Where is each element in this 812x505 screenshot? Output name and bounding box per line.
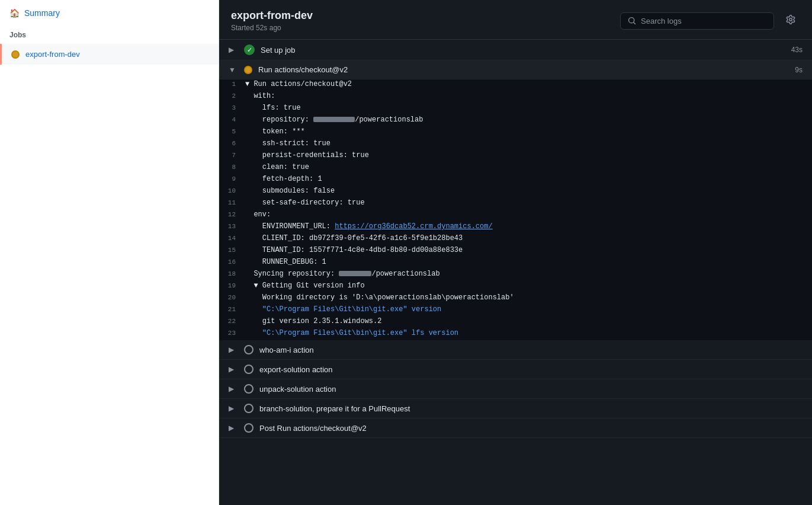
log-line: 3 lfs: true	[219, 103, 812, 115]
log-line: 23 "C:\Program Files\Git\bin\git.exe" lf…	[219, 328, 812, 340]
settings-button[interactable]	[781, 12, 800, 30]
step-who-am-i[interactable]: ▶ who-am-i action	[219, 340, 812, 360]
log-line: 22 git version 2.35.1.windows.2	[219, 317, 812, 328]
log-line: 11 set-safe-directory: true	[219, 198, 812, 210]
log-line: 1▼ Run actions/checkout@v2	[219, 79, 812, 91]
step-branch-solution[interactable]: ▶ branch-solution, prepare it for a Pull…	[219, 399, 812, 418]
search-logs-box[interactable]	[620, 12, 774, 30]
step-pending-icon	[244, 384, 253, 394]
step-export-solution-label: export-solution action	[259, 365, 803, 374]
log-line: 18 Syncing repository: /poweractionslab	[219, 269, 812, 281]
chevron-right-icon: ▶	[229, 346, 238, 354]
step-branch-solution-label: branch-solution, prepare it for a PullRe…	[259, 404, 803, 413]
home-icon: 🏠	[9, 8, 20, 18]
main-panel: export-from-dev Started 52s ago ▶ ✓ Set …	[219, 0, 812, 505]
chevron-right-icon: ▶	[229, 365, 238, 373]
chevron-right-icon: ▶	[229, 424, 238, 432]
sidebar-job-item[interactable]: export-from-dev	[0, 44, 219, 65]
step-setup-duration: 43s	[791, 46, 803, 54]
chevron-down-icon: ▼	[229, 66, 238, 74]
log-line: 12 env:	[219, 210, 812, 222]
log-line: 6 ssh-strict: true	[219, 139, 812, 151]
log-line: 15 TENANT_ID: 1557f771-4c8e-4dbd-8b80-dd…	[219, 245, 812, 257]
log-line: 21 "C:\Program Files\Git\bin\git.exe" ve…	[219, 305, 812, 317]
step-running-icon	[244, 66, 252, 74]
header-title-group: export-from-dev Started 52s ago	[231, 9, 313, 32]
log-line: 9 fetch-depth: 1	[219, 174, 812, 186]
job-title: export-from-dev	[231, 9, 313, 22]
chevron-right-icon: ▶	[229, 46, 238, 54]
log-line: 19 ▼ Getting Git version info	[219, 281, 812, 293]
step-pending-icon	[244, 345, 253, 354]
step-post-run-label: Post Run actions/checkout@v2	[259, 424, 803, 433]
log-line: 7 persist-credentials: true	[219, 151, 812, 162]
log-line: 4 repository: /poweractionslab	[219, 115, 812, 127]
log-line: 5 token: ***	[219, 127, 812, 139]
step-setup-job[interactable]: ▶ ✓ Set up job 43s	[219, 40, 812, 60]
log-line: 2 with:	[219, 91, 812, 103]
search-icon	[628, 17, 636, 25]
chevron-right-icon: ▶	[229, 385, 238, 393]
log-line: 10 submodules: false	[219, 186, 812, 198]
log-line: 8 clean: true	[219, 162, 812, 174]
step-unpack-solution[interactable]: ▶ unpack-solution action	[219, 379, 812, 399]
step-unpack-solution-label: unpack-solution action	[259, 385, 803, 394]
search-logs-input[interactable]	[641, 17, 766, 25]
log-content-area[interactable]: ▶ ✓ Set up job 43s ▼ Run actions/checkou…	[219, 40, 812, 505]
sidebar-summary-label: Summary	[24, 8, 60, 18]
step-checkout-label: Run actions/checkout@v2	[258, 65, 789, 74]
sidebar-jobs-label: Jobs	[0, 26, 219, 44]
step-setup-label: Set up job	[261, 46, 785, 55]
job-status-dot	[11, 50, 20, 59]
step-pending-icon	[244, 404, 253, 413]
sidebar: 🏠 Summary Jobs export-from-dev	[0, 0, 219, 505]
step-post-run[interactable]: ▶ Post Run actions/checkout@v2	[219, 418, 812, 438]
step-checkout-duration: 9s	[795, 66, 803, 74]
chevron-right-icon: ▶	[229, 404, 238, 413]
main-header: export-from-dev Started 52s ago	[219, 0, 812, 40]
step-pending-icon	[244, 423, 253, 433]
log-line: 13 ENVIRONMENT_URL: https://org36dcab52.…	[219, 222, 812, 234]
sidebar-job-name: export-from-dev	[25, 50, 80, 59]
step-export-solution[interactable]: ▶ export-solution action	[219, 360, 812, 379]
gear-icon	[786, 15, 795, 24]
log-lines-container: 1▼ Run actions/checkout@v2 2 with: 3 lfs…	[219, 79, 812, 340]
job-subtitle: Started 52s ago	[231, 24, 313, 32]
sidebar-summary-link[interactable]: 🏠 Summary	[0, 0, 219, 26]
log-line: 14 CLIENT_ID: db972f39-0fe5-42f6-a1c6-5f…	[219, 234, 812, 245]
log-line: 16 RUNNER_DEBUG: 1	[219, 257, 812, 269]
log-line: 20 Working directory is 'D:\a\poweractio…	[219, 293, 812, 305]
step-checkout[interactable]: ▼ Run actions/checkout@v2 9s	[219, 60, 812, 79]
step-who-am-i-label: who-am-i action	[259, 346, 803, 354]
step-pending-icon	[244, 365, 253, 374]
step-success-icon: ✓	[244, 44, 255, 55]
